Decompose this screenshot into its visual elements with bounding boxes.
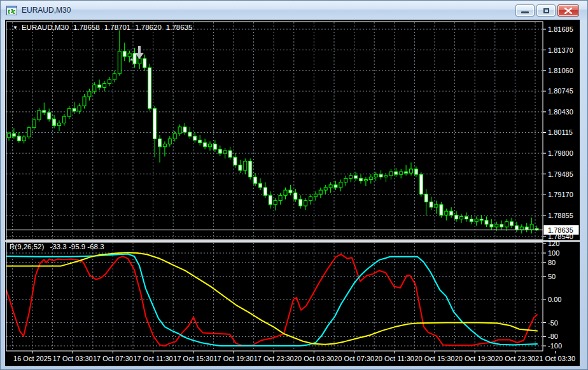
svg-text:1.79485: 1.79485 — [548, 170, 573, 178]
svg-text:120: 120 — [548, 240, 559, 247]
svg-text:17 Oct 11:30: 17 Oct 11:30 — [134, 355, 173, 362]
svg-text:1.79170: 1.79170 — [548, 191, 573, 198]
minimize-button[interactable] — [515, 4, 535, 17]
title-bar[interactable]: EURAUD,M30 — [1, 1, 587, 20]
restore-icon — [543, 8, 549, 13]
svg-text:21 Oct 03:30: 21 Oct 03:30 — [535, 355, 575, 362]
svg-text:50: 50 — [548, 273, 556, 280]
time-axis[interactable]: 16 Oct 202517 Oct 03:3017 Oct 07:3017 Oc… — [13, 351, 575, 362]
svg-text:-50: -50 — [548, 319, 558, 327]
svg-text:1.79800: 1.79800 — [548, 149, 573, 157]
candlesticks — [8, 31, 539, 234]
svg-text:1.80430: 1.80430 — [548, 108, 573, 116]
restore-button[interactable] — [536, 4, 556, 17]
svg-text:1.81685: 1.81685 — [548, 25, 573, 33]
ohlc-low: 1.78620 — [135, 24, 162, 31]
svg-text:20 Oct 07:30: 20 Oct 07:30 — [334, 355, 374, 362]
ohlc-close: 1.78635 — [166, 24, 193, 31]
close-icon — [564, 8, 572, 14]
chart-icon — [6, 6, 17, 15]
svg-text:1.78855: 1.78855 — [548, 212, 573, 219]
svg-text:17 Oct 19:30: 17 Oct 19:30 — [214, 355, 254, 362]
ohlc-open: 1.78658 — [73, 24, 100, 31]
window-controls — [515, 4, 579, 17]
svg-text:1.80115: 1.80115 — [548, 128, 573, 136]
svg-text:-80: -80 — [548, 332, 558, 340]
svg-text:-100: -100 — [548, 342, 562, 350]
close-button[interactable] — [557, 4, 579, 17]
svg-text:100: 100 — [548, 249, 559, 257]
svg-text:17 Oct 03:30: 17 Oct 03:30 — [53, 355, 93, 362]
svg-text:0.00: 0.00 — [548, 296, 561, 303]
svg-text:20 Oct 11:30: 20 Oct 11:30 — [375, 355, 414, 362]
window-title: EURAUD,M30 — [22, 6, 71, 15]
ohlc-symbol: EURAUD,M30 — [22, 24, 69, 31]
minimize-icon — [521, 11, 529, 13]
chart-window: EURAUD,M30 *1.816851.813701.810601.80745… — [0, 0, 588, 370]
svg-text:80: 80 — [548, 259, 556, 266]
svg-text:16 Oct 2025: 16 Oct 2025 — [13, 355, 52, 362]
ohlc-label: ▼ EURAUD,M30 1.78658 1.78701 1.78620 1.7… — [13, 24, 192, 31]
svg-text:20 Oct 03:30: 20 Oct 03:30 — [294, 355, 334, 362]
svg-text:1.81370: 1.81370 — [548, 46, 573, 54]
svg-text:1.81060: 1.81060 — [548, 67, 573, 74]
pane-separator[interactable] — [5, 240, 580, 242]
symbol-dropdown-icon[interactable]: ▼ — [13, 25, 18, 31]
indicator-values: -33.3 -95.9 -68.3 — [50, 243, 104, 250]
svg-text:20 Oct 15:30: 20 Oct 15:30 — [415, 355, 455, 362]
indicator-axis[interactable]: 12010080500.00-50-80-100 — [543, 240, 562, 350]
svg-text:17 Oct 15:30: 17 Oct 15:30 — [173, 355, 213, 362]
main-pane-frame[interactable] — [6, 22, 543, 240]
svg-text:17 Oct 07:30: 17 Oct 07:30 — [93, 355, 133, 362]
svg-text:1.78635: 1.78635 — [548, 226, 573, 234]
ohlc-high: 1.78701 — [104, 24, 131, 31]
indicator-name: R(9,26,52) — [10, 243, 44, 250]
svg-text:17 Oct 23:30: 17 Oct 23:30 — [254, 355, 294, 362]
price-axis[interactable]: 1.816851.813701.810601.807451.804301.801… — [543, 25, 579, 240]
svg-text:*: * — [130, 55, 134, 66]
chart-client-area: *1.816851.813701.810601.807451.804301.80… — [5, 20, 580, 366]
grid-lines — [6, 22, 543, 350]
indicator-label: R(9,26,52) -33.3 -95.9 -68.3 — [10, 243, 104, 250]
svg-text:20 Oct 23:30: 20 Oct 23:30 — [495, 355, 535, 362]
svg-text:20 Oct 19:30: 20 Oct 19:30 — [455, 355, 495, 362]
sell-arrow-icon[interactable]: * — [130, 46, 144, 66]
svg-text:1.80745: 1.80745 — [548, 87, 573, 95]
red-line — [6, 254, 537, 346]
chart-canvas: *1.816851.813701.810601.807451.804301.80… — [5, 20, 580, 366]
